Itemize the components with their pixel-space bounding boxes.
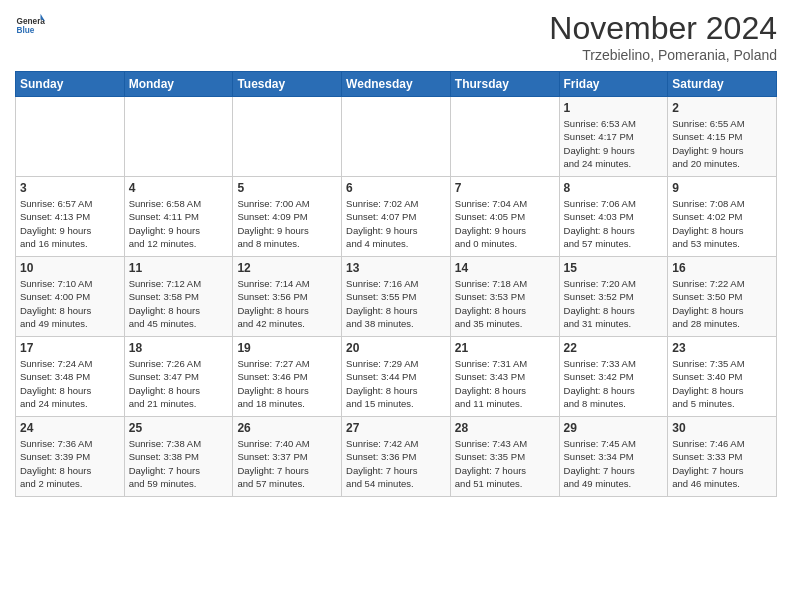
day-number: 21 [455,341,555,355]
day-number: 10 [20,261,120,275]
col-wednesday: Wednesday [342,72,451,97]
table-row: 30Sunrise: 7:46 AM Sunset: 3:33 PM Dayli… [668,417,777,497]
day-info: Sunrise: 7:33 AM Sunset: 3:42 PM Dayligh… [564,357,664,410]
day-info: Sunrise: 7:35 AM Sunset: 3:40 PM Dayligh… [672,357,772,410]
col-friday: Friday [559,72,668,97]
day-number: 8 [564,181,664,195]
day-number: 16 [672,261,772,275]
day-info: Sunrise: 7:10 AM Sunset: 4:00 PM Dayligh… [20,277,120,330]
day-info: Sunrise: 7:02 AM Sunset: 4:07 PM Dayligh… [346,197,446,250]
table-row: 13Sunrise: 7:16 AM Sunset: 3:55 PM Dayli… [342,257,451,337]
table-row: 27Sunrise: 7:42 AM Sunset: 3:36 PM Dayli… [342,417,451,497]
day-info: Sunrise: 7:14 AM Sunset: 3:56 PM Dayligh… [237,277,337,330]
title-section: November 2024 Trzebielino, Pomerania, Po… [549,10,777,63]
table-row: 12Sunrise: 7:14 AM Sunset: 3:56 PM Dayli… [233,257,342,337]
table-row [450,97,559,177]
table-row: 8Sunrise: 7:06 AM Sunset: 4:03 PM Daylig… [559,177,668,257]
day-number: 5 [237,181,337,195]
calendar-table: Sunday Monday Tuesday Wednesday Thursday… [15,71,777,497]
page-header: General Blue November 2024 Trzebielino, … [15,10,777,63]
day-info: Sunrise: 6:58 AM Sunset: 4:11 PM Dayligh… [129,197,229,250]
table-row: 26Sunrise: 7:40 AM Sunset: 3:37 PM Dayli… [233,417,342,497]
table-row: 24Sunrise: 7:36 AM Sunset: 3:39 PM Dayli… [16,417,125,497]
day-info: Sunrise: 6:57 AM Sunset: 4:13 PM Dayligh… [20,197,120,250]
table-row [124,97,233,177]
table-row [16,97,125,177]
day-info: Sunrise: 7:18 AM Sunset: 3:53 PM Dayligh… [455,277,555,330]
day-info: Sunrise: 7:45 AM Sunset: 3:34 PM Dayligh… [564,437,664,490]
day-number: 20 [346,341,446,355]
svg-text:Blue: Blue [17,26,35,35]
day-info: Sunrise: 7:26 AM Sunset: 3:47 PM Dayligh… [129,357,229,410]
day-info: Sunrise: 7:24 AM Sunset: 3:48 PM Dayligh… [20,357,120,410]
day-number: 12 [237,261,337,275]
table-row: 29Sunrise: 7:45 AM Sunset: 3:34 PM Dayli… [559,417,668,497]
table-row: 9Sunrise: 7:08 AM Sunset: 4:02 PM Daylig… [668,177,777,257]
table-row [342,97,451,177]
day-number: 29 [564,421,664,435]
col-thursday: Thursday [450,72,559,97]
table-row: 5Sunrise: 7:00 AM Sunset: 4:09 PM Daylig… [233,177,342,257]
table-row: 7Sunrise: 7:04 AM Sunset: 4:05 PM Daylig… [450,177,559,257]
day-number: 2 [672,101,772,115]
calendar-week-row: 17Sunrise: 7:24 AM Sunset: 3:48 PM Dayli… [16,337,777,417]
day-info: Sunrise: 7:22 AM Sunset: 3:50 PM Dayligh… [672,277,772,330]
location: Trzebielino, Pomerania, Poland [549,47,777,63]
day-number: 19 [237,341,337,355]
day-info: Sunrise: 7:20 AM Sunset: 3:52 PM Dayligh… [564,277,664,330]
day-number: 22 [564,341,664,355]
col-sunday: Sunday [16,72,125,97]
day-info: Sunrise: 7:42 AM Sunset: 3:36 PM Dayligh… [346,437,446,490]
month-title: November 2024 [549,10,777,47]
table-row: 11Sunrise: 7:12 AM Sunset: 3:58 PM Dayli… [124,257,233,337]
day-info: Sunrise: 7:31 AM Sunset: 3:43 PM Dayligh… [455,357,555,410]
table-row: 20Sunrise: 7:29 AM Sunset: 3:44 PM Dayli… [342,337,451,417]
logo-icon: General Blue [15,10,45,40]
calendar-week-row: 24Sunrise: 7:36 AM Sunset: 3:39 PM Dayli… [16,417,777,497]
table-row [233,97,342,177]
table-row: 23Sunrise: 7:35 AM Sunset: 3:40 PM Dayli… [668,337,777,417]
day-info: Sunrise: 7:12 AM Sunset: 3:58 PM Dayligh… [129,277,229,330]
page-container: General Blue November 2024 Trzebielino, … [0,0,792,502]
col-saturday: Saturday [668,72,777,97]
table-row: 19Sunrise: 7:27 AM Sunset: 3:46 PM Dayli… [233,337,342,417]
table-row: 1Sunrise: 6:53 AM Sunset: 4:17 PM Daylig… [559,97,668,177]
table-row: 6Sunrise: 7:02 AM Sunset: 4:07 PM Daylig… [342,177,451,257]
day-number: 14 [455,261,555,275]
day-info: Sunrise: 7:46 AM Sunset: 3:33 PM Dayligh… [672,437,772,490]
table-row: 18Sunrise: 7:26 AM Sunset: 3:47 PM Dayli… [124,337,233,417]
table-row: 28Sunrise: 7:43 AM Sunset: 3:35 PM Dayli… [450,417,559,497]
table-row: 16Sunrise: 7:22 AM Sunset: 3:50 PM Dayli… [668,257,777,337]
day-number: 25 [129,421,229,435]
day-number: 26 [237,421,337,435]
day-number: 6 [346,181,446,195]
table-row: 14Sunrise: 7:18 AM Sunset: 3:53 PM Dayli… [450,257,559,337]
col-monday: Monday [124,72,233,97]
calendar-week-row: 10Sunrise: 7:10 AM Sunset: 4:00 PM Dayli… [16,257,777,337]
day-number: 3 [20,181,120,195]
day-info: Sunrise: 7:08 AM Sunset: 4:02 PM Dayligh… [672,197,772,250]
day-info: Sunrise: 7:27 AM Sunset: 3:46 PM Dayligh… [237,357,337,410]
day-info: Sunrise: 7:16 AM Sunset: 3:55 PM Dayligh… [346,277,446,330]
table-row: 2Sunrise: 6:55 AM Sunset: 4:15 PM Daylig… [668,97,777,177]
table-row: 3Sunrise: 6:57 AM Sunset: 4:13 PM Daylig… [16,177,125,257]
day-number: 9 [672,181,772,195]
day-number: 17 [20,341,120,355]
day-number: 13 [346,261,446,275]
day-number: 4 [129,181,229,195]
table-row: 17Sunrise: 7:24 AM Sunset: 3:48 PM Dayli… [16,337,125,417]
day-number: 27 [346,421,446,435]
calendar-week-row: 3Sunrise: 6:57 AM Sunset: 4:13 PM Daylig… [16,177,777,257]
day-info: Sunrise: 6:53 AM Sunset: 4:17 PM Dayligh… [564,117,664,170]
table-row: 22Sunrise: 7:33 AM Sunset: 3:42 PM Dayli… [559,337,668,417]
day-info: Sunrise: 7:43 AM Sunset: 3:35 PM Dayligh… [455,437,555,490]
table-row: 25Sunrise: 7:38 AM Sunset: 3:38 PM Dayli… [124,417,233,497]
day-info: Sunrise: 7:06 AM Sunset: 4:03 PM Dayligh… [564,197,664,250]
logo: General Blue [15,10,49,40]
day-info: Sunrise: 6:55 AM Sunset: 4:15 PM Dayligh… [672,117,772,170]
calendar-week-row: 1Sunrise: 6:53 AM Sunset: 4:17 PM Daylig… [16,97,777,177]
day-number: 15 [564,261,664,275]
table-row: 10Sunrise: 7:10 AM Sunset: 4:00 PM Dayli… [16,257,125,337]
day-number: 11 [129,261,229,275]
day-info: Sunrise: 7:04 AM Sunset: 4:05 PM Dayligh… [455,197,555,250]
